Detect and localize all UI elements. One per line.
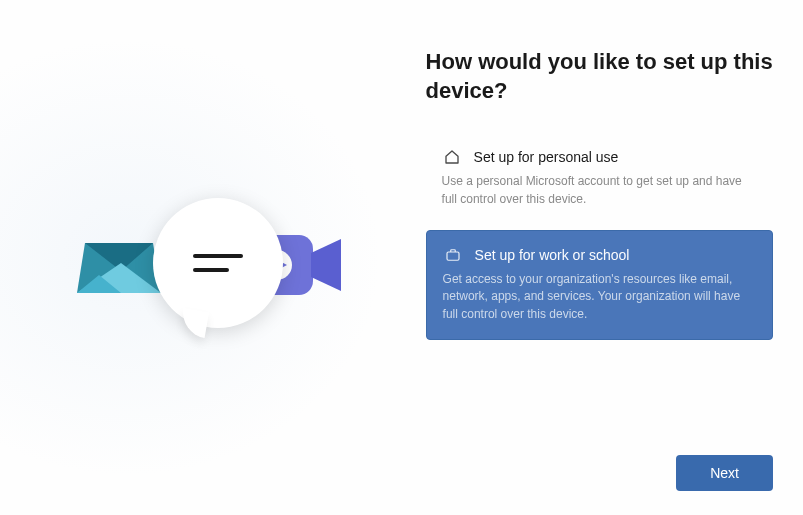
next-button[interactable]: Next [676,455,773,491]
setup-illustration [63,173,343,353]
home-icon [442,147,462,167]
content-panel: How would you like to set up this device… [426,0,803,515]
illustration-panel [0,0,426,515]
footer-actions: Next [676,455,773,491]
option-work-desc: Get access to your organization's resour… [443,271,756,323]
chat-bubble-icon [153,198,283,328]
chat-lines [193,254,243,272]
option-personal-desc: Use a personal Microsoft account to get … [442,173,757,208]
setup-screen: How would you like to set up this device… [0,0,803,515]
option-work-title: Set up for work or school [475,247,630,263]
briefcase-icon [443,245,463,265]
option-work-school[interactable]: Set up for work or school Get access to … [426,230,773,340]
option-personal-title: Set up for personal use [474,149,619,165]
page-title: How would you like to set up this device… [426,48,773,105]
svg-rect-7 [447,252,459,260]
setup-options: Set up for personal use Use a personal M… [426,133,773,340]
option-personal-use[interactable]: Set up for personal use Use a personal M… [426,133,773,224]
